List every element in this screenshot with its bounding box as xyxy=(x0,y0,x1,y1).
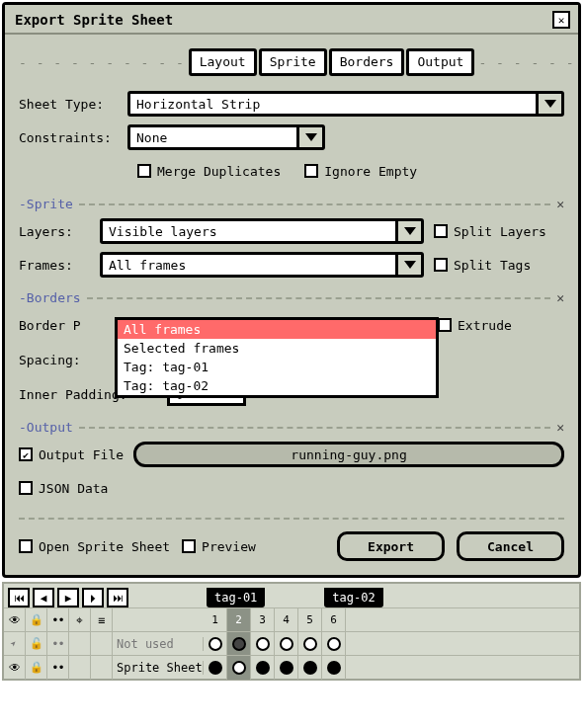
right-dashes: - - - - - - - - - - xyxy=(478,55,585,70)
cel[interactable] xyxy=(251,632,275,656)
first-frame-button[interactable]: ⏮ xyxy=(8,588,30,607)
frame-header-3[interactable]: 3 xyxy=(251,608,275,632)
frames-select[interactable]: All frames xyxy=(100,252,424,278)
layer-row-sprite-sheet[interactable]: Sprite Sheet xyxy=(4,655,579,679)
collapse-borders-icon[interactable]: ✕ xyxy=(556,290,564,305)
dialog-title: Export Sprite Sheet xyxy=(15,12,173,28)
spacing-label: Spacing: xyxy=(19,353,94,367)
constraints-select[interactable]: None xyxy=(127,124,325,150)
tab-borders[interactable]: Borders xyxy=(329,48,405,76)
continuous-cell[interactable] xyxy=(47,656,69,680)
collapse-output-icon[interactable]: ✕ xyxy=(556,420,564,435)
next-frame-button[interactable]: ⏵ xyxy=(82,588,104,607)
visibility-cell[interactable] xyxy=(4,632,26,656)
frame-header-1[interactable]: 1 xyxy=(204,608,227,632)
cancel-button[interactable]: Cancel xyxy=(457,531,564,561)
spacer-cell xyxy=(69,632,91,656)
last-frame-button[interactable]: ⏭ xyxy=(107,588,128,607)
cel[interactable] xyxy=(322,632,346,656)
layers-label: Layers: xyxy=(19,224,90,239)
continuous-cell[interactable] xyxy=(47,632,69,656)
tag-chip-1[interactable]: tag-01 xyxy=(207,588,265,607)
anchor-header-icon[interactable] xyxy=(69,608,91,632)
constraints-row: Constraints: None xyxy=(19,123,564,151)
json-data-checkbox[interactable]: JSON Data xyxy=(19,481,108,496)
spacer-cell xyxy=(69,656,91,680)
frames-option-tag-02[interactable]: Tag: tag-02 xyxy=(118,376,436,395)
sheet-type-value: Horizontal Strip xyxy=(136,97,260,112)
close-button[interactable]: ✕ xyxy=(552,11,570,29)
cancel-button-label: Cancel xyxy=(487,539,534,554)
spacer-cell xyxy=(91,632,113,656)
open-sprite-sheet-checkbox[interactable]: Open Sprite Sheet xyxy=(19,539,170,554)
spacer-cell xyxy=(91,656,113,680)
frames-option-selected[interactable]: Selected frames xyxy=(118,339,436,358)
output-file-row: Output File running-guy.png xyxy=(19,441,564,468)
cel[interactable] xyxy=(298,656,322,680)
prev-frame-button[interactable]: ◀ xyxy=(33,588,54,607)
menu-header-icon[interactable] xyxy=(91,608,113,632)
lock-cell[interactable] xyxy=(26,656,47,680)
merge-duplicates-checkbox[interactable]: Merge Duplicates xyxy=(137,164,281,179)
cel[interactable] xyxy=(322,656,346,680)
chevron-down-icon xyxy=(296,127,322,147)
play-button[interactable]: ▶ xyxy=(57,588,79,607)
section-output: -Output ✕ xyxy=(19,420,564,435)
timeline-panel: ⏮ ◀ ▶ ⏵ ⏭ tag-01 tag-02 1 2 3 4 5 6 xyxy=(2,582,581,681)
sheet-type-select[interactable]: Horizontal Strip xyxy=(127,91,564,117)
ignore-empty-checkbox[interactable]: Ignore Empty xyxy=(304,164,417,179)
output-file-field[interactable]: running-guy.png xyxy=(133,442,564,467)
sheet-type-label: Sheet Type: xyxy=(19,97,118,112)
json-data-label: JSON Data xyxy=(39,481,108,496)
split-tags-label: Split Tags xyxy=(454,258,531,273)
constraints-value: None xyxy=(136,130,167,145)
bottom-button-row: Open Sprite Sheet Preview Export Cancel xyxy=(19,518,564,561)
export-button[interactable]: Export xyxy=(337,531,445,561)
lock-header-icon[interactable] xyxy=(26,608,47,632)
cel[interactable] xyxy=(275,656,298,680)
extrude-checkbox[interactable]: Extrude xyxy=(438,318,512,333)
cel[interactable] xyxy=(251,656,275,680)
chevron-down-icon xyxy=(395,255,421,275)
split-tags-checkbox[interactable]: Split Tags xyxy=(434,258,531,273)
cel[interactable] xyxy=(275,632,298,656)
frames-option-tag-01[interactable]: Tag: tag-01 xyxy=(118,358,436,376)
split-layers-checkbox[interactable]: Split Layers xyxy=(434,224,546,239)
cel[interactable] xyxy=(204,632,227,656)
layer-name-not-used[interactable]: Not used xyxy=(113,637,204,651)
frame-header-2[interactable]: 2 xyxy=(227,608,251,632)
layer-row-not-used[interactable]: Not used xyxy=(4,631,579,655)
checkbox-box xyxy=(434,224,448,238)
lock-cell[interactable] xyxy=(26,632,47,656)
preview-checkbox[interactable]: Preview xyxy=(182,539,256,554)
collapse-sprite-icon[interactable]: ✕ xyxy=(556,197,564,211)
tab-output[interactable]: Output xyxy=(406,48,474,76)
merge-duplicates-label: Merge Duplicates xyxy=(157,164,281,179)
left-dashes: - - - - - - - - - - xyxy=(19,55,185,70)
continuous-header-icon[interactable] xyxy=(47,608,69,632)
visibility-header-icon[interactable] xyxy=(4,608,26,632)
section-borders: -Borders ✕ xyxy=(19,290,564,305)
cel[interactable] xyxy=(298,632,322,656)
checkbox-box xyxy=(438,318,452,332)
output-file-value: running-guy.png xyxy=(291,447,406,462)
tag-chip-2[interactable]: tag-02 xyxy=(324,588,382,607)
tab-layout[interactable]: Layout xyxy=(189,48,257,76)
frames-option-all[interactable]: All frames xyxy=(118,320,436,339)
frames-dropdown-popup: All frames Selected frames Tag: tag-01 T… xyxy=(115,317,439,398)
titlebar: Export Sprite Sheet ✕ xyxy=(5,5,578,35)
layer-name-sprite-sheet[interactable]: Sprite Sheet xyxy=(113,661,204,675)
frame-header-4[interactable]: 4 xyxy=(275,608,298,632)
frame-header-5[interactable]: 5 xyxy=(298,608,322,632)
cel[interactable] xyxy=(227,632,251,656)
dialog-content: - - - - - - - - - - Layout Sprite Border… xyxy=(5,35,578,575)
tab-sprite[interactable]: Sprite xyxy=(259,48,327,76)
section-output-label: -Output xyxy=(19,420,73,435)
cel[interactable] xyxy=(227,656,251,680)
output-file-checkbox[interactable]: Output File xyxy=(19,447,124,462)
preview-label: Preview xyxy=(202,539,256,554)
frame-header-6[interactable]: 6 xyxy=(322,608,346,632)
cel[interactable] xyxy=(204,656,227,680)
layers-select[interactable]: Visible layers xyxy=(100,218,424,244)
visibility-cell[interactable] xyxy=(4,656,26,680)
